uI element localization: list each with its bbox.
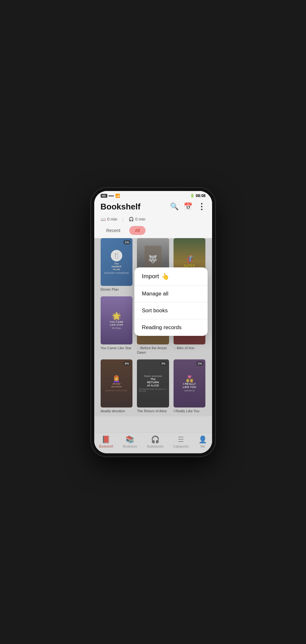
import-label: Import	[142, 273, 159, 280]
tab-recent[interactable]: Recent	[101, 226, 126, 235]
content-wrapper: HD ▪▪▪▪ 📶 🔋 08:08 Bookshelf 🔍 📅 ⋮	[94, 191, 212, 453]
header: Bookshelf 🔍 📅 ⋮	[94, 199, 212, 215]
reading-records-label: Reading records	[142, 324, 182, 330]
cursor-icon: 👆	[161, 272, 169, 280]
phone-frame: HD ▪▪▪▪ 📶 🔋 08:08 Bookshelf 🔍 📅 ⋮	[91, 188, 215, 456]
read-time-stat: 📖 0 min	[101, 217, 117, 222]
status-left: HD ▪▪▪▪ 📶	[101, 194, 120, 198]
calendar-button[interactable]: 📅	[184, 202, 192, 211]
scrollable-content: 1% 🍴 TheDINNERPLAN A BUDGET COOKBOOK Din…	[94, 238, 212, 453]
signal-icon: ▪▪▪▪	[109, 194, 114, 198]
time-display: 08:08	[196, 194, 206, 198]
search-button[interactable]: 🔍	[170, 202, 179, 211]
headphones-icon: 🎧	[129, 217, 134, 222]
filter-tabs: Recent All	[94, 225, 212, 238]
wifi-icon: 📶	[115, 194, 120, 198]
more-menu-button[interactable]: ⋮	[197, 202, 206, 212]
manage-all-label: Manage all	[142, 291, 168, 297]
stats-divider: |	[122, 217, 123, 222]
read-time-value: 0 min	[107, 217, 117, 222]
phone-screen: HD ▪▪▪▪ 📶 🔋 08:08 Bookshelf 🔍 📅 ⋮	[94, 191, 212, 453]
tab-all[interactable]: All	[129, 226, 146, 235]
page-title: Bookshelf	[101, 202, 141, 212]
listen-time-stat: 🎧 0 min	[129, 217, 146, 222]
hd-badge: HD	[101, 194, 107, 198]
status-bar: HD ▪▪▪▪ 📶 🔋 08:08	[94, 191, 212, 199]
menu-item-sort-books[interactable]: Sort books	[134, 302, 208, 319]
listen-time-value: 0 min	[135, 217, 146, 222]
menu-item-import[interactable]: Import 👆	[134, 267, 208, 286]
header-icons: 🔍 📅 ⋮	[170, 202, 206, 212]
read-icon: 📖	[101, 217, 106, 222]
menu-item-manage-all[interactable]: Manage all	[134, 286, 208, 302]
menu-item-reading-records[interactable]: Reading records	[134, 319, 208, 336]
battery-icon: 🔋	[190, 194, 195, 198]
status-right: 🔋 08:08	[190, 194, 206, 198]
dropdown-menu: Import 👆 Manage all Sort books Reading r…	[134, 267, 208, 336]
stats-bar: 📖 0 min | 🎧 0 min	[94, 215, 212, 225]
sort-books-label: Sort books	[142, 308, 168, 314]
